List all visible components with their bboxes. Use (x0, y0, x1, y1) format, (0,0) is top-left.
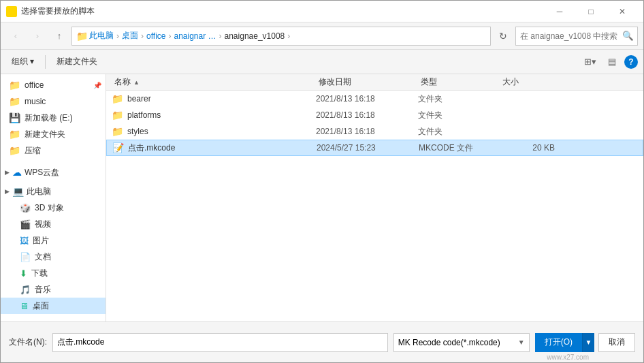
filename-input[interactable] (52, 333, 388, 352)
filetype-value: MK Recode code(*.mkcode) (398, 338, 500, 347)
col-header-date[interactable]: 修改日期 (316, 76, 418, 88)
minimize-button[interactable]: ─ (544, 1, 575, 22)
title-bar: 选择需要摆放的脚本 ─ □ ✕ (1, 1, 643, 22)
address-bar: ‹ › ↑ 📁 此电脑 › 桌面 › office › anaignar … ›… (1, 22, 643, 50)
title-bar-controls: ─ □ ✕ (544, 1, 638, 22)
up-button[interactable]: ↑ (50, 27, 69, 46)
search-input[interactable] (520, 31, 622, 41)
refresh-button[interactable]: ↻ (494, 27, 513, 46)
search-button[interactable]: 🔍 (622, 29, 634, 43)
sidebar-item-desktop[interactable]: 🖥 桌面 (1, 298, 106, 314)
icon-images: 🖼 (20, 236, 29, 246)
file-size-mkcode: 20 KB (500, 143, 555, 153)
forward-button[interactable]: › (28, 27, 47, 46)
file-list: 📁 bearer 2021/8/13 16:18 文件夹 📁 platforms… (106, 91, 643, 321)
sidebar-label-images: 图片 (33, 235, 49, 247)
sidebar-label-downloads: 下载 (31, 268, 48, 279)
new-folder-button[interactable]: 新建文件夹 (51, 52, 103, 72)
preview-toggle-button[interactable]: ▤ (602, 52, 622, 72)
file-date-platforms: 2021/8/13 16:18 (316, 110, 418, 120)
section-this-pc[interactable]: ▶ 💻 此电脑 (1, 183, 106, 200)
breadcrumb-pc[interactable]: 此电脑 (89, 30, 114, 42)
file-name-styles: 📁 styles (112, 126, 316, 137)
open-button[interactable]: 打开(O) (535, 333, 582, 352)
main-content: 📁 office 📌 📁 music 💾 新加载卷 (E:) 📁 新建文件夹 📁… (1, 74, 643, 321)
mkcode-icon: 📝 (112, 142, 124, 153)
folder-icon: 📁 (9, 80, 20, 91)
table-row[interactable]: 📁 platforms 2021/8/13 16:18 文件夹 (106, 107, 643, 123)
sidebar-label-drive-e: 新加载卷 (E:) (25, 112, 73, 124)
icon-3d: 🎲 (20, 203, 31, 213)
icon-video: 🎬 (20, 219, 31, 230)
maximize-button[interactable]: □ (575, 1, 607, 22)
table-row[interactable]: 📁 styles 2021/8/13 16:18 文件夹 (106, 123, 643, 140)
sidebar-item-drive-e[interactable]: 💾 新加载卷 (E:) (1, 110, 106, 126)
folder-icon-bearer: 📁 (112, 93, 123, 104)
sidebar-label-music: music (25, 97, 46, 106)
back-button[interactable]: ‹ (6, 27, 25, 46)
breadcrumb-anaignar[interactable]: anaignar … (174, 31, 216, 41)
toolbar: 组织 ▾ 新建文件夹 ⊞▾ ▤ ? (1, 50, 643, 74)
chevron-pc: ▶ (5, 188, 10, 195)
sidebar-item-compress[interactable]: 📁 压缩 (1, 142, 106, 159)
breadcrumb-desktop[interactable]: 桌面 (122, 30, 138, 42)
folder-icon-music: 📁 (9, 96, 20, 107)
sort-arrow-name: ▲ (133, 79, 140, 86)
close-button[interactable]: ✕ (607, 1, 638, 22)
sidebar-label-office: office (25, 80, 44, 90)
table-row[interactable]: 📁 bearer 2021/8/13 16:18 文件夹 (106, 91, 643, 107)
icon-downloads: ⬇ (20, 268, 27, 279)
action-buttons: 打开(O) ▼ 取消 (535, 333, 635, 352)
sidebar-item-music[interactable]: 📁 music (1, 93, 106, 110)
search-box: 🔍 (515, 27, 638, 46)
sidebar-label-3d: 3D 对象 (35, 202, 64, 214)
pc-icon: 💻 (12, 186, 24, 197)
sidebar-label-new-folder: 新建文件夹 (25, 129, 65, 140)
breadcrumb-current: anaignae_v1008 (225, 31, 285, 41)
file-list-header: 名称 ▲ 修改日期 类型 大小 (106, 74, 643, 91)
col-header-size[interactable]: 大小 (500, 76, 554, 88)
organize-button[interactable]: 组织 ▾ (6, 52, 39, 72)
file-type-platforms: 文件夹 (418, 110, 500, 121)
watermark: www.x27.com (547, 353, 589, 361)
file-date-styles: 2021/8/13 16:18 (316, 127, 418, 136)
file-name-mkcode: 📝 点击.mkcode (112, 142, 317, 154)
col-header-type[interactable]: 类型 (418, 76, 500, 88)
title-icon (6, 6, 17, 17)
sidebar-label-video: 视频 (35, 219, 51, 230)
view-toggle-button[interactable]: ⊞▾ (581, 52, 600, 72)
sidebar-label-wps: WPS云盘 (25, 167, 59, 178)
table-row[interactable]: 📝 点击.mkcode 2024/5/27 15:23 MKCODE 文件 20… (106, 140, 643, 156)
folder-icon-styles: 📁 (112, 126, 123, 137)
toolbar-separator (45, 55, 46, 69)
sidebar-item-new-folder[interactable]: 📁 新建文件夹 (1, 126, 106, 142)
sidebar-item-video[interactable]: 🎬 视频 (1, 216, 106, 232)
breadcrumb-folder-icon: 📁 (76, 31, 88, 42)
sidebar: 📁 office 📌 📁 music 💾 新加载卷 (E:) 📁 新建文件夹 📁… (1, 74, 106, 321)
title-bar-left: 选择需要摆放的脚本 (6, 5, 95, 17)
folder-icon-platforms: 📁 (112, 110, 123, 121)
help-button[interactable]: ? (624, 55, 638, 69)
cloud-icon: ☁ (12, 167, 22, 178)
sidebar-label-docs: 文档 (35, 251, 51, 263)
drive-icon: 💾 (9, 112, 20, 123)
folder-icon-new: 📁 (9, 129, 20, 140)
section-wps[interactable]: ▶ ☁ WPS云盘 (1, 164, 106, 180)
sidebar-item-images[interactable]: 🖼 图片 (1, 232, 106, 249)
col-header-name[interactable]: 名称 ▲ (112, 76, 316, 88)
open-dropdown-button[interactable]: ▼ (582, 333, 594, 352)
breadcrumb-office[interactable]: office (146, 31, 165, 41)
sidebar-item-docs[interactable]: 📄 文档 (1, 249, 106, 265)
sidebar-item-downloads[interactable]: ⬇ 下载 (1, 265, 106, 281)
sidebar-item-music2[interactable]: 🎵 音乐 (1, 281, 106, 298)
breadcrumb-bar: 📁 此电脑 › 桌面 › office › anaignar … › anaig… (71, 27, 491, 46)
sidebar-item-3d[interactable]: 🎲 3D 对象 (1, 200, 106, 216)
file-type-bearer: 文件夹 (418, 93, 500, 105)
pin-icon: 📌 (93, 82, 101, 89)
filetype-select[interactable]: MK Recode code(*.mkcode) ▼ (393, 333, 530, 352)
icon-music2: 🎵 (20, 285, 31, 295)
sidebar-item-office[interactable]: 📁 office 📌 (1, 77, 106, 93)
file-name-bearer: 📁 bearer (112, 93, 316, 104)
icon-docs: 📄 (20, 252, 31, 262)
cancel-button[interactable]: 取消 (598, 333, 635, 352)
